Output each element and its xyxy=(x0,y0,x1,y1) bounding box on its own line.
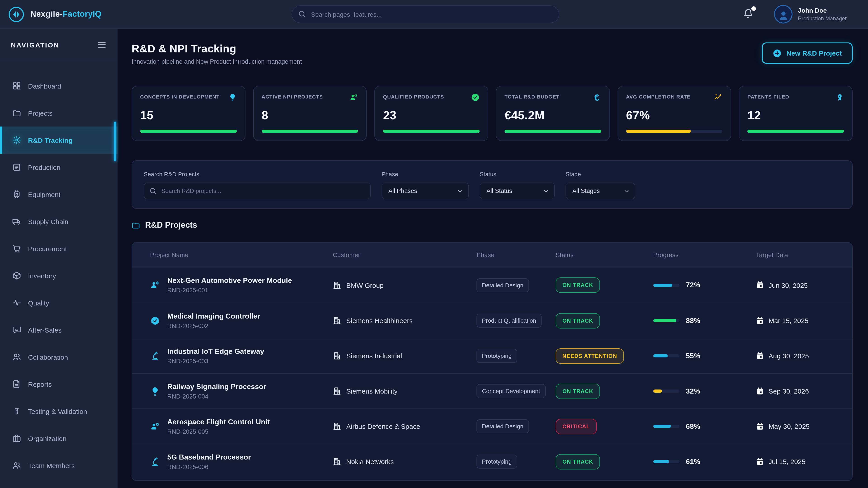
kpi-progress-bar xyxy=(140,130,237,133)
sidebar-item-supply-chain[interactable]: Supply Chain xyxy=(0,208,118,235)
sidebar-item-quality[interactable]: Quality xyxy=(0,289,118,316)
new-rd-project-button[interactable]: New R&D Project xyxy=(762,42,852,64)
progress-percent: 61% xyxy=(686,457,700,466)
projects-table-body: Next-Gen Automotive Power ModuleRND-2025… xyxy=(132,267,852,479)
kpi-card-top: ACTIVE NPI PROJECTS xyxy=(261,94,358,102)
sidebar-item-organization[interactable]: Organization xyxy=(0,425,118,452)
page-subtitle: Innovation pipeline and New Product Intr… xyxy=(131,58,302,65)
phase-filter-select[interactable]: All Phases xyxy=(381,183,469,199)
customer-cell: Nokia Networks xyxy=(333,457,476,466)
production-icon xyxy=(12,163,21,172)
project-name-cell: Medical Imaging ControllerRND-2025-002 xyxy=(150,312,333,329)
status-badge: ON TRACK xyxy=(556,454,600,469)
kpi-value: 12 xyxy=(747,108,844,123)
lightbulb-icon xyxy=(228,93,237,102)
kpi-card-top: TOTAL R&D BUDGET€ xyxy=(504,94,601,102)
microscope-icon xyxy=(150,457,160,466)
sidebar-scrollbar-thumb[interactable] xyxy=(114,122,116,161)
sidebar-item-dashboard[interactable]: Dashboard xyxy=(0,72,118,99)
project-name-text: Railway Signaling ProcessorRND-2025-004 xyxy=(167,383,266,400)
project-row-rnd-2025-005[interactable]: Aerospace Flight Control UnitRND-2025-00… xyxy=(132,409,852,444)
sidebar-item-collaboration[interactable]: Collaboration xyxy=(0,344,118,370)
sidebar-item-label: Supply Chain xyxy=(28,218,68,225)
kpi-value: €45.2M xyxy=(504,108,601,123)
progress-cell: 68% xyxy=(653,422,756,430)
sidebar-item-after-sales[interactable]: After-Sales xyxy=(0,316,118,344)
kpi-label: QUALIFIED PRODUCTS xyxy=(383,94,444,99)
sidebar-item-team-members[interactable]: Team Members xyxy=(0,452,118,479)
kpi-card-top: QUALIFIED PRODUCTS xyxy=(383,94,480,102)
sidebar-item-label: Reports xyxy=(28,380,52,388)
project-code: RND-2025-005 xyxy=(167,428,270,435)
progress-cell: 88% xyxy=(653,317,756,325)
global-search-input[interactable] xyxy=(291,5,559,23)
project-search-input[interactable] xyxy=(144,183,371,199)
status-badge: ON TRACK xyxy=(556,278,600,293)
user-menu[interactable]: John Doe Production Manager xyxy=(774,5,847,24)
testing-icon xyxy=(12,407,21,416)
target-date-cell: May 30, 2025 xyxy=(756,422,852,430)
project-code: RND-2025-002 xyxy=(167,322,260,329)
kpi-value: 8 xyxy=(261,108,358,123)
sidebar-item-label: Production xyxy=(28,163,60,171)
sidebar-item-equipment[interactable]: Equipment xyxy=(0,181,118,208)
target-date-cell: Jul 15, 2025 xyxy=(756,457,852,466)
project-row-rnd-2025-004[interactable]: Railway Signaling ProcessorRND-2025-004S… xyxy=(132,373,852,409)
progress-percent: 68% xyxy=(686,422,700,430)
project-row-rnd-2025-006[interactable]: 5G Baseband ProcessorRND-2025-006Nokia N… xyxy=(132,444,852,479)
progress-fill xyxy=(653,390,662,393)
inventory-icon xyxy=(12,271,21,280)
kpi-card-avg-completion-rate: AVG COMPLETION RATE67% xyxy=(617,86,731,141)
engineer-icon xyxy=(150,280,160,290)
menu-icon[interactable] xyxy=(97,40,107,50)
page-header: R&D & NPI Tracking Innovation pipeline a… xyxy=(131,42,852,65)
project-name: Industrial IoT Edge Gateway xyxy=(167,347,264,355)
project-name: Aerospace Flight Control Unit xyxy=(167,418,270,426)
organization-icon xyxy=(12,434,21,443)
sidebar-title: NAVIGATION xyxy=(11,41,59,48)
stage-filter-select[interactable]: All Stages xyxy=(565,183,635,199)
sidebar-item-procurement[interactable]: Procurement xyxy=(0,235,118,262)
supply-chain-icon xyxy=(12,217,21,226)
sidebar-item-randd-tracking[interactable]: R&D Tracking xyxy=(0,127,118,154)
sidebar-item-testing-and-validation[interactable]: Testing & Validation xyxy=(0,398,118,425)
project-name-text: Medical Imaging ControllerRND-2025-002 xyxy=(167,312,260,329)
sidebar-item-label: Quality xyxy=(28,299,49,306)
project-row-rnd-2025-001[interactable]: Next-Gen Automotive Power ModuleRND-2025… xyxy=(132,267,852,303)
project-row-rnd-2025-002[interactable]: Medical Imaging ControllerRND-2025-002Si… xyxy=(132,303,852,338)
page-title: R&D & NPI Tracking xyxy=(131,42,302,55)
kpi-row: CONCEPTS IN DEVELOPMENT15ACTIVE NPI PROJ… xyxy=(131,86,852,141)
kpi-card-top: PATENTS FILED xyxy=(747,94,844,102)
brand-prefix: Nexgile- xyxy=(30,9,63,19)
sidebar-item-label: Inventory xyxy=(28,272,56,280)
reports-icon xyxy=(12,380,21,389)
project-name: Railway Signaling Processor xyxy=(167,383,266,391)
project-row-rnd-2025-003[interactable]: Industrial IoT Edge GatewayRND-2025-003S… xyxy=(132,338,852,373)
sidebar-header: NAVIGATION xyxy=(0,29,118,61)
sidebar-item-reports[interactable]: Reports xyxy=(0,370,118,398)
equipment-icon xyxy=(12,190,21,199)
kpi-label: TOTAL R&D BUDGET xyxy=(504,94,559,99)
stage-filter-value: All Stages xyxy=(572,188,600,194)
user-meta: John Doe Production Manager xyxy=(798,7,847,22)
kpi-progress-fill xyxy=(504,130,601,133)
global-search xyxy=(291,5,559,23)
target-date-cell: Mar 15, 2025 xyxy=(756,317,852,325)
phase-badge: Detailed Design xyxy=(476,419,529,433)
kpi-progress-bar xyxy=(626,130,722,133)
sidebar-item-inventory[interactable]: Inventory xyxy=(0,262,118,289)
kpi-card-active-npi-projects: ACTIVE NPI PROJECTS8 xyxy=(253,86,367,141)
status-filter-select[interactable]: All Status xyxy=(480,183,555,199)
sidebar-item-label: Procurement xyxy=(28,245,67,252)
kpi-card-top: CONCEPTS IN DEVELOPMENT xyxy=(140,94,237,102)
sidebar-item-projects[interactable]: Projects xyxy=(0,99,118,127)
project-search xyxy=(144,183,371,199)
progress-cell: 32% xyxy=(653,387,756,395)
notifications-button[interactable] xyxy=(743,8,755,21)
target-date: Mar 15, 2025 xyxy=(769,317,809,324)
kpi-progress-fill xyxy=(140,130,237,133)
filter-status-label: Status xyxy=(480,171,555,177)
sidebar-item-production[interactable]: Production xyxy=(0,154,118,181)
project-name-cell: Industrial IoT Edge GatewayRND-2025-003 xyxy=(150,347,333,364)
target-date: Jul 15, 2025 xyxy=(769,458,805,465)
